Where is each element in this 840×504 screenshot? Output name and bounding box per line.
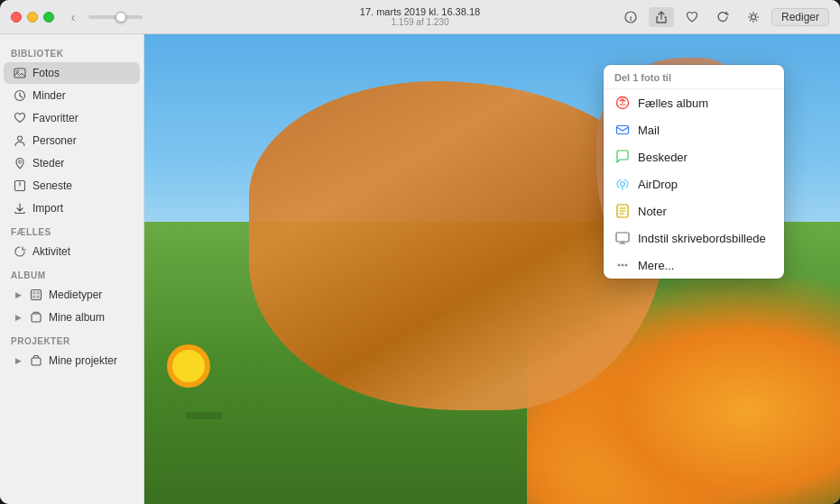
- rotate-icon: [716, 11, 729, 23]
- sidebar-item-mine-album[interactable]: ▶ Mine album: [4, 307, 140, 328]
- svg-point-4: [16, 70, 18, 72]
- skrivebord-label: Indstil skrivebordsbillede: [638, 232, 766, 245]
- share-icon: [655, 11, 668, 23]
- sidebar-item-favoritter[interactable]: Favoritter: [4, 107, 140, 129]
- svg-rect-10: [32, 291, 36, 295]
- sidebar-section-album: Album: [0, 263, 143, 283]
- noter-label: Noter: [638, 205, 667, 218]
- sidebar-item-fotos[interactable]: Fotos: [4, 62, 140, 84]
- flower-head: [172, 350, 205, 382]
- mine-projekter-expand-icon: ▶: [13, 355, 23, 366]
- zoom-slider-area: [88, 15, 143, 19]
- svg-point-23: [625, 264, 628, 267]
- seneste-icon: [13, 179, 27, 193]
- minder-label: Minder: [32, 89, 66, 102]
- sidebar-item-personer[interactable]: Personer: [4, 130, 140, 151]
- gear-icon: [747, 11, 760, 23]
- personer-label: Personer: [32, 134, 77, 147]
- mine-album-label: Mine album: [49, 311, 105, 324]
- import-label: Import: [32, 202, 63, 215]
- back-button[interactable]: ‹: [65, 9, 81, 25]
- aktivitet-icon: [13, 244, 27, 259]
- flower-stem: [186, 412, 222, 419]
- medietyper-icon: [29, 288, 43, 302]
- rotate-button[interactable]: [710, 7, 735, 27]
- titlebar: ‹ 17. marts 2019 kl. 16.38.18 1.159 af 1…: [0, 0, 840, 34]
- svg-rect-11: [37, 291, 41, 295]
- sidebar-item-aktivitet[interactable]: Aktivitet: [4, 241, 140, 262]
- svg-point-7: [19, 160, 22, 163]
- sidebar-item-import[interactable]: Import: [4, 197, 140, 219]
- info-button[interactable]: i: [618, 7, 643, 27]
- mere-icon: [614, 257, 631, 273]
- svg-point-18: [621, 182, 625, 187]
- share-item-beskeder[interactable]: Beskeder: [604, 143, 784, 170]
- svg-text:i: i: [630, 14, 632, 23]
- svg-point-22: [622, 264, 624, 267]
- share-item-skrivebord[interactable]: Indstil skrivebordsbillede: [604, 225, 784, 252]
- info-icon: i: [624, 11, 637, 23]
- sidebar-item-steder[interactable]: Steder: [4, 152, 140, 174]
- mine-projekter-icon: [29, 353, 43, 368]
- share-item-mere[interactable]: Mere...: [604, 252, 784, 279]
- photo-area: Del 1 foto til Fælles album Mail: [144, 34, 840, 504]
- seneste-label: Seneste: [32, 179, 72, 192]
- svg-rect-15: [32, 358, 41, 365]
- share-dropdown-header: Del 1 foto til: [604, 65, 784, 89]
- svg-point-2: [751, 14, 755, 19]
- photo-count: 1.159 af 1.230: [360, 17, 480, 27]
- nav-buttons: ‹: [65, 9, 81, 25]
- svg-point-21: [618, 264, 621, 267]
- main-content: Bibliotek Fotos Minder Favoritter: [0, 34, 840, 504]
- medietyper-label: Medietyper: [49, 289, 102, 301]
- beskeder-label: Beskeder: [638, 151, 688, 164]
- sidebar-item-medietyper[interactable]: ▶ Medietyper: [4, 284, 140, 306]
- share-item-airdrop[interactable]: AirDrop: [604, 170, 784, 197]
- sidebar-section-bibliotek: Bibliotek: [0, 41, 143, 61]
- sidebar-section-faelles: Fælles: [0, 220, 143, 240]
- share-item-noter[interactable]: Noter: [604, 197, 784, 225]
- mine-projekter-label: Mine projekter: [49, 354, 117, 367]
- svg-rect-17: [617, 126, 629, 134]
- svg-rect-20: [616, 233, 629, 242]
- share-item-faelles-album[interactable]: Fælles album: [604, 89, 784, 116]
- airdrop-icon: [614, 176, 631, 192]
- steder-label: Steder: [32, 157, 64, 170]
- faelles-album-label: Fælles album: [638, 96, 708, 110]
- mine-album-expand-icon: ▶: [13, 312, 23, 323]
- maximize-button[interactable]: [43, 12, 54, 23]
- heart-button[interactable]: [679, 7, 705, 27]
- zoom-slider[interactable]: [88, 15, 143, 19]
- medietyper-expand-icon: ▶: [13, 289, 23, 300]
- photo-date: 17. marts 2019 kl. 16.38.18: [360, 6, 480, 17]
- svg-rect-14: [32, 314, 41, 322]
- titlebar-actions: i: [618, 7, 829, 27]
- heart-icon: [686, 11, 698, 23]
- personer-icon: [13, 133, 27, 148]
- main-window: ‹ 17. marts 2019 kl. 16.38.18 1.159 af 1…: [0, 0, 840, 504]
- svg-rect-3: [14, 69, 25, 78]
- aktivitet-label: Aktivitet: [32, 245, 70, 258]
- airdrop-label: AirDrop: [638, 178, 678, 191]
- mere-label: Mere...: [638, 259, 674, 272]
- settings-button[interactable]: [741, 7, 766, 27]
- favoritter-label: Favoritter: [32, 112, 78, 124]
- noter-icon: [614, 203, 631, 219]
- svg-rect-12: [32, 296, 36, 299]
- sidebar-item-mine-projekter[interactable]: ▶ Mine projekter: [4, 350, 140, 371]
- sidebar: Bibliotek Fotos Minder Favoritter: [0, 34, 144, 504]
- favoritter-icon: [13, 111, 27, 125]
- minimize-button[interactable]: [27, 12, 38, 23]
- sidebar-item-seneste[interactable]: Seneste: [4, 175, 140, 197]
- share-item-mail[interactable]: Mail: [604, 116, 784, 143]
- close-button[interactable]: [11, 12, 22, 23]
- import-icon: [13, 201, 27, 215]
- mail-label: Mail: [638, 124, 660, 137]
- svg-point-6: [18, 136, 23, 141]
- sidebar-item-minder[interactable]: Minder: [4, 85, 140, 106]
- faelles-album-icon: [614, 95, 631, 111]
- edit-button[interactable]: Rediger: [771, 8, 829, 26]
- share-button[interactable]: [649, 7, 674, 27]
- share-dropdown: Del 1 foto til Fælles album Mail: [604, 65, 784, 279]
- titlebar-center: 17. marts 2019 kl. 16.38.18 1.159 af 1.2…: [360, 6, 480, 27]
